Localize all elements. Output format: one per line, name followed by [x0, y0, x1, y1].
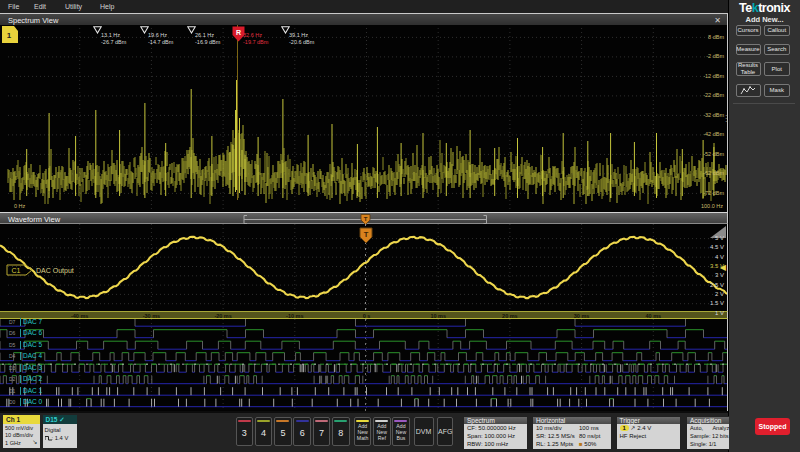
- svg-text:C1: C1: [12, 267, 21, 274]
- svg-text:R: R: [235, 29, 240, 36]
- svg-text:T: T: [364, 230, 369, 239]
- svg-text:T: T: [364, 216, 368, 222]
- svg-text:1: 1: [7, 31, 12, 40]
